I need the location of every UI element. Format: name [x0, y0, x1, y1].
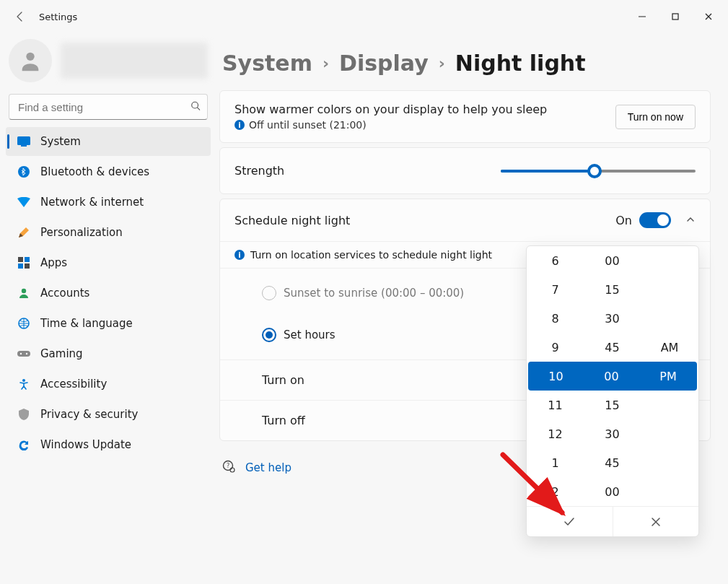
user-account-card[interactable] — [6, 38, 211, 92]
sidebar-item-windows-update[interactable]: Windows Update — [6, 430, 211, 459]
sidebar-item-network[interactable]: Network & internet — [6, 188, 211, 217]
check-icon — [563, 515, 576, 528]
sidebar-item-label: Network & internet — [40, 196, 144, 209]
sidebar-item-accessibility[interactable]: Accessibility — [6, 370, 211, 398]
hour-option[interactable]: 2 — [527, 477, 584, 506]
sidebar-item-privacy[interactable]: Privacy & security — [6, 400, 211, 429]
sidebar-item-label: Apps — [40, 256, 67, 269]
apps-icon — [17, 256, 30, 269]
time-picker-accept-button[interactable] — [527, 507, 613, 536]
sidebar-item-label: System — [40, 135, 81, 148]
personalization-icon — [17, 226, 30, 239]
time-picker-cancel-button[interactable] — [613, 507, 699, 536]
sidebar-item-label: Time & language — [40, 317, 133, 330]
close-button[interactable] — [692, 4, 725, 30]
minute-option[interactable]: 15 — [584, 275, 641, 304]
minute-option[interactable]: 45 — [584, 448, 641, 477]
schedule-toggle-label: On — [615, 214, 632, 227]
info-icon: i — [234, 250, 245, 260]
sidebar-item-accounts[interactable]: Accounts — [6, 279, 211, 308]
schedule-toggle[interactable] — [639, 212, 671, 228]
turn-off-label: Turn off — [262, 414, 305, 427]
time-picker-selected-row: 10 00 PM — [528, 362, 697, 391]
selected-ampm[interactable]: PM — [639, 362, 697, 391]
chevron-right-icon: › — [439, 54, 445, 72]
hour-option[interactable]: 7 — [527, 275, 584, 304]
search-input[interactable] — [9, 94, 208, 120]
svg-rect-3 — [17, 136, 30, 145]
svg-rect-8 — [18, 263, 23, 269]
svg-rect-9 — [25, 263, 30, 269]
sidebar-item-time-language[interactable]: Time & language — [6, 309, 211, 338]
selected-hour[interactable]: 10 — [528, 362, 584, 391]
minute-option[interactable]: 30 — [584, 304, 641, 333]
window-title: Settings — [39, 12, 77, 22]
breadcrumb-system[interactable]: System — [222, 51, 312, 76]
privacy-icon — [17, 408, 30, 421]
sidebar-item-label: Bluetooth & devices — [40, 165, 149, 178]
minute-option[interactable]: 15 — [584, 391, 641, 419]
search-icon — [190, 101, 201, 113]
svg-rect-7 — [25, 257, 30, 262]
minute-option[interactable]: 00 — [584, 477, 641, 506]
chevron-up-icon[interactable] — [685, 214, 696, 227]
strength-slider[interactable] — [501, 170, 696, 173]
sidebar-item-label: Accounts — [40, 287, 89, 300]
maximize-button[interactable] — [659, 4, 692, 30]
titlebar: Settings — [0, 0, 728, 33]
sidebar-item-system[interactable]: System — [6, 127, 211, 156]
location-services-info: Turn on location services to schedule ni… — [250, 249, 492, 261]
turn-on-now-button[interactable]: Turn on now — [615, 105, 696, 129]
minute-option[interactable]: 45 — [584, 333, 641, 362]
time-language-icon — [17, 317, 30, 330]
strength-card: Strength — [219, 147, 711, 194]
strength-label: Strength — [234, 164, 284, 178]
close-icon — [650, 516, 662, 528]
svg-rect-4 — [21, 145, 27, 147]
svg-rect-12 — [17, 351, 30, 357]
radio-sunset-label: Sunset to sunrise (00:00 – 00:00) — [284, 287, 464, 300]
network-icon — [17, 196, 30, 209]
accounts-icon — [17, 287, 30, 300]
selected-minute[interactable]: 00 — [584, 362, 639, 391]
svg-point-15 — [22, 379, 25, 382]
help-icon: ? — [222, 460, 235, 476]
hour-option[interactable]: 9 — [527, 333, 584, 362]
svg-point-5 — [18, 166, 30, 178]
hour-option[interactable]: 8 — [527, 304, 584, 333]
svg-point-13 — [20, 353, 22, 354]
avatar — [9, 39, 52, 82]
minute-option[interactable]: 30 — [584, 419, 641, 448]
bluetooth-icon — [17, 165, 30, 178]
sidebar-item-apps[interactable]: Apps — [6, 248, 211, 277]
hour-option[interactable]: 12 — [527, 419, 584, 448]
accessibility-icon — [17, 378, 30, 391]
minimize-button[interactable] — [626, 4, 659, 30]
svg-point-10 — [22, 289, 26, 293]
svg-text:?: ? — [227, 463, 229, 469]
svg-point-1 — [26, 53, 34, 61]
minute-option[interactable]: 00 — [584, 246, 641, 275]
sidebar-item-gaming[interactable]: Gaming — [6, 339, 211, 368]
sidebar-item-personalization[interactable]: Personalization — [6, 218, 211, 247]
svg-point-2 — [192, 102, 198, 108]
back-button[interactable] — [6, 2, 35, 31]
gaming-icon — [17, 347, 30, 360]
sidebar-item-bluetooth[interactable]: Bluetooth & devices — [6, 157, 211, 186]
hour-option[interactable]: 1 — [527, 448, 584, 477]
system-icon — [17, 135, 30, 148]
svg-point-14 — [26, 353, 27, 354]
windows-update-icon — [17, 438, 30, 451]
breadcrumb: System › Display › Night light — [219, 51, 711, 76]
radio-sunset — [262, 286, 276, 300]
ampm-option[interactable]: AM — [641, 333, 698, 362]
hour-option[interactable]: 6 — [527, 246, 584, 275]
radio-set-hours[interactable] — [262, 328, 276, 342]
breadcrumb-display[interactable]: Display — [339, 51, 429, 76]
sidebar-item-label: Privacy & security — [40, 408, 138, 421]
hour-option[interactable]: 11 — [527, 391, 584, 419]
get-help-link[interactable]: Get help — [245, 461, 291, 474]
svg-rect-6 — [18, 257, 23, 262]
time-picker: 10 00 PM 6 7 8 9 11 12 1 2 — [526, 245, 699, 537]
chevron-right-icon: › — [323, 54, 329, 72]
